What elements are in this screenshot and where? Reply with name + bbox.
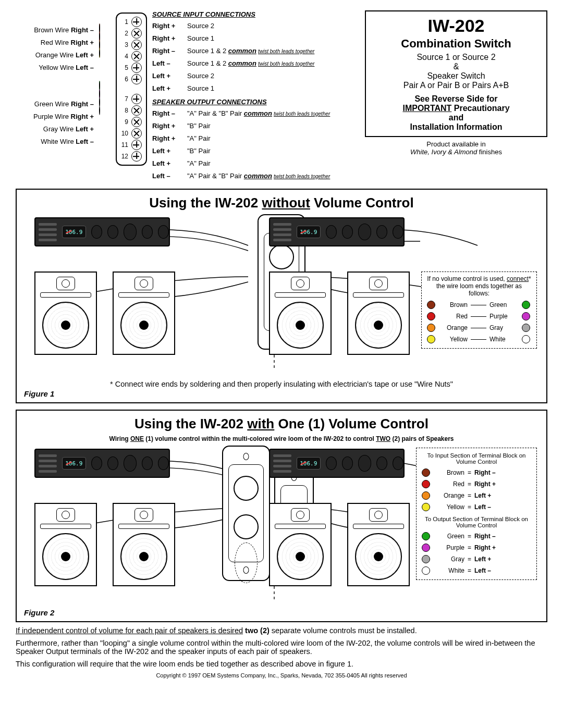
reverse-note: See Reverse Side for IMPORTANT Precautio… xyxy=(375,94,537,132)
switch-knob xyxy=(234,514,259,539)
amplifier: 106.9 xyxy=(269,449,405,478)
wallplate xyxy=(222,446,270,581)
legend-row: Gray=Left + xyxy=(422,553,531,565)
speaker xyxy=(113,272,175,355)
top-section: Brown Wire Right –Red Wire Right +Orange… xyxy=(16,10,547,182)
terminal-screw-icon xyxy=(131,151,142,162)
product-title: IW-202 xyxy=(375,16,537,36)
color-dot-icon xyxy=(422,566,430,575)
color-dot-icon xyxy=(427,335,435,343)
speaker xyxy=(347,503,410,586)
connection-line: Right –"A" Pair & "B" Pair commontwist b… xyxy=(152,107,360,119)
availability: Product available in White, Ivory & Almo… xyxy=(365,140,547,156)
terminal-row: 11 xyxy=(121,140,142,150)
terminal-row: 4 xyxy=(121,51,142,61)
figure-1-label: Figure 1 xyxy=(24,389,539,398)
wire-label: Gray Wire Left + xyxy=(16,123,94,134)
color-dot-icon xyxy=(522,301,530,309)
color-dot-icon xyxy=(422,503,430,511)
amp-display: 106.9 xyxy=(297,457,321,470)
terminal-row: 12 xyxy=(121,151,142,162)
terminal-row: 7 xyxy=(121,94,142,104)
terminal-screw-icon xyxy=(131,117,142,127)
terminal-screw-icon xyxy=(131,51,142,61)
connection-line: Right –Source 1 & 2 commontwist both lea… xyxy=(152,45,360,56)
connection-line: Left +"B" Pair xyxy=(152,145,360,156)
terminal-screw-icon xyxy=(131,17,142,27)
legend-row: Red=Right + xyxy=(422,478,531,490)
terminal-row: 5 xyxy=(121,63,142,73)
color-dot-icon xyxy=(522,335,530,343)
connection-line: Right +Source 1 xyxy=(152,32,360,44)
info-body: Source 1 or Source 2 & Speaker Switch Pa… xyxy=(375,53,537,90)
color-dot-icon xyxy=(422,532,430,540)
product-sub: Combination Switch xyxy=(375,37,537,51)
amplifier: 106.9 xyxy=(34,217,170,246)
color-dot-icon xyxy=(422,468,430,477)
terminal-row: 1 xyxy=(121,17,142,27)
legend-row: Green=Right – xyxy=(422,530,531,542)
terminal-block: 123456789101112 xyxy=(116,10,147,166)
legend-row: Orange=Left + xyxy=(422,490,531,501)
color-dot-icon xyxy=(422,555,430,563)
note-2: Furthermore, rather than "looping" a sin… xyxy=(16,639,547,656)
terminal-row: 10 xyxy=(121,128,142,139)
copyright: Copyright © 1997 OEM Systems Company, In… xyxy=(16,672,547,678)
terminal-screw-icon xyxy=(131,74,142,84)
amplifier: 106.9 xyxy=(34,449,170,478)
color-dot-icon xyxy=(427,301,435,309)
speaker xyxy=(347,272,410,355)
connection-line: Left –Source 1 & 2 commontwist both lead… xyxy=(152,57,360,69)
connection-line: Left +"A" Pair xyxy=(152,157,360,169)
amp-display: 106.9 xyxy=(297,226,321,238)
wire-label: Brown Wire Right – xyxy=(16,24,94,35)
terminal-screw-icon xyxy=(131,63,142,73)
terminal-screw-icon xyxy=(131,105,142,116)
speaker xyxy=(269,503,332,586)
terminal-screw-icon xyxy=(131,40,142,50)
wire-label: Yellow Wire Left – xyxy=(16,61,94,73)
wire-loom xyxy=(235,542,258,583)
wire-dots xyxy=(99,10,111,115)
legend-no-vc: If no volume control is used, connect* t… xyxy=(421,272,537,349)
panel1-footnote: * Connect wire ends by soldering and the… xyxy=(24,380,539,388)
connection-line: Left +Source 2 xyxy=(152,70,360,81)
connection-line: Left +Source 1 xyxy=(152,82,360,94)
amp-display: 106.9 xyxy=(62,226,86,238)
info-box: IW-202 Combination Switch Source 1 or So… xyxy=(365,10,547,137)
connections: SOURCE INPUT CONNECTIONS Right +Source 2… xyxy=(152,10,360,182)
connection-line: Right +"A" Pair xyxy=(152,132,360,144)
legend-row: Brown=Right – xyxy=(422,467,531,478)
color-dot-icon xyxy=(422,491,430,500)
speaker xyxy=(113,503,175,586)
switch-knob xyxy=(269,244,294,269)
panel-without-vc: Using the IW-202 without Volume Control … xyxy=(16,189,547,403)
wire-dot-icon xyxy=(99,48,100,58)
terminal-screw-icon xyxy=(131,128,142,139)
notes: If independent control of volume for eac… xyxy=(16,626,547,668)
speaker-head: SPEAKER OUTPUT CONNECTIONS xyxy=(152,98,360,106)
source-head: SOURCE INPUT CONNECTIONS xyxy=(152,10,360,18)
legend-row: White=Left – xyxy=(422,565,531,576)
legend-row: Yellow=Left – xyxy=(422,501,531,513)
panel2-sub: Wiring ONE (1) volume control within the… xyxy=(24,435,539,442)
wire-labels: Brown Wire Right –Red Wire Right +Orange… xyxy=(16,10,94,148)
terminal-row: 3 xyxy=(121,40,142,50)
connection-line: Right +Source 2 xyxy=(152,20,360,31)
speaker xyxy=(269,272,332,355)
figure-2-label: Figure 2 xyxy=(24,608,539,617)
wire-label: White Wire Left – xyxy=(16,135,94,147)
legend-row: Brown Green xyxy=(427,299,531,311)
wire-label: Purple Wire Right + xyxy=(16,110,94,122)
legend-row: Yellow White xyxy=(427,334,531,345)
note-1: If independent control of volume for eac… xyxy=(16,626,547,635)
color-dot-icon xyxy=(422,544,430,552)
speaker xyxy=(34,272,97,355)
panel1-title: Using the IW-202 without Volume Control xyxy=(24,195,539,211)
wire-label: Green Wire Right – xyxy=(16,98,94,109)
color-dot-icon xyxy=(422,480,430,488)
legend-row: Red Purple xyxy=(427,311,531,322)
wire-label: Red Wire Right + xyxy=(16,36,94,48)
color-dot-icon xyxy=(427,312,435,320)
wire-dot-icon xyxy=(99,106,100,115)
